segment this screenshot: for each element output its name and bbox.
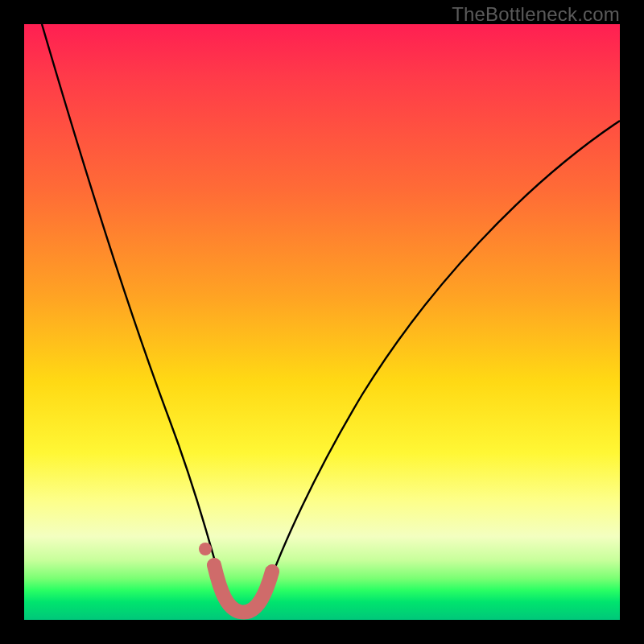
curve-layer <box>24 24 620 620</box>
trough-isolated-dot <box>199 543 212 555</box>
plot-area <box>24 24 620 620</box>
trough-highlight <box>214 565 272 613</box>
bottleneck-curve <box>42 24 620 613</box>
outer-frame: TheBottleneck.com <box>0 0 644 644</box>
watermark-text: TheBottleneck.com <box>452 3 620 26</box>
